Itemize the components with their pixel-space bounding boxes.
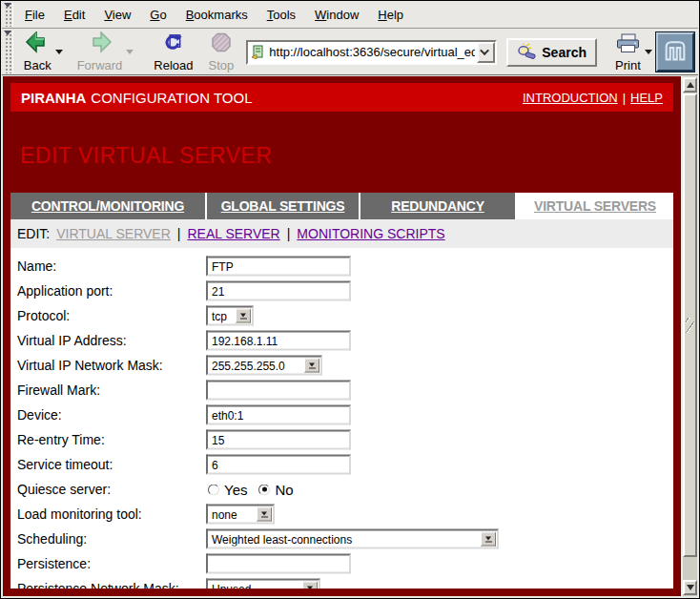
dropdown-arrow-icon[interactable]	[481, 532, 496, 547]
input-service-timeout[interactable]	[206, 455, 351, 475]
field-label-re-entry-time: Re-entry Time:	[17, 432, 105, 447]
form-row-application-port: Application port:	[10, 279, 673, 303]
forward-icon	[87, 31, 113, 56]
help-link[interactable]: HELP	[630, 91, 663, 105]
navigation-toolbar: Back Forward	[2, 30, 698, 75]
form-row-load-monitoring-tool: Load monitoring tool:none	[10, 502, 673, 527]
toolbar-grip-handle[interactable]	[4, 31, 13, 73]
brand-strong: PIRANHA	[21, 90, 86, 106]
form-row-device: Device:	[10, 403, 673, 427]
introduction-link[interactable]: INTRODUCTION	[523, 91, 618, 105]
input-application-port[interactable]	[206, 281, 351, 301]
field-control-scheduling: Weighted least-connections	[206, 529, 499, 549]
menu-window[interactable]: Window	[305, 8, 368, 22]
scroll-up-button[interactable]	[683, 77, 697, 93]
field-control-service-timeout	[206, 455, 351, 475]
form-row-virtual-ip-address: Virtual IP Address:	[10, 328, 673, 353]
select-load-monitoring-tool[interactable]: none	[206, 505, 275, 525]
field-label-name: Name:	[17, 258, 56, 274]
reload-label: Reload	[154, 58, 193, 72]
forward-dropdown-icon[interactable]	[126, 50, 134, 54]
forward-button[interactable]: Forward	[74, 31, 126, 73]
menu-tools[interactable]: Tools	[257, 8, 305, 22]
menu-view[interactable]: View	[94, 8, 140, 22]
reload-button[interactable]: Reload	[151, 31, 196, 73]
menu-file[interactable]: File	[15, 8, 54, 22]
input-device[interactable]	[206, 405, 351, 425]
back-button[interactable]: Back	[21, 31, 54, 73]
select-protocol[interactable]: tcp	[206, 306, 254, 326]
input-virtual-ip-address[interactable]	[206, 331, 351, 351]
field-label-virtual-ip-address: Virtual IP Address:	[17, 333, 127, 348]
edit-subnav: EDIT: VIRTUAL SERVER | REAL SERVER | MON…	[10, 219, 673, 248]
dropdown-arrow-icon[interactable]	[304, 359, 319, 373]
field-control-persistence	[206, 554, 351, 574]
select-virtual-ip-network-mask[interactable]: 255.255.255.0	[206, 356, 322, 376]
back-dropdown-icon[interactable]	[55, 50, 63, 54]
selected-value: none	[208, 507, 257, 521]
print-dropdown-icon[interactable]	[645, 50, 652, 54]
field-control-virtual-ip-address	[206, 331, 351, 351]
menu-go[interactable]: Go	[140, 8, 175, 22]
print-label: Print	[615, 58, 641, 72]
field-control-firewall-mark	[206, 381, 351, 401]
url-dropdown-button[interactable]	[477, 42, 495, 63]
tab-bar: CONTROL/MONITORINGGLOBAL SETTINGSREDUNDA…	[10, 193, 673, 219]
scrollbar-thumb[interactable]	[683, 93, 697, 557]
radio-label-yes: Yes	[224, 482, 247, 498]
menu-edit[interactable]: Edit	[54, 8, 94, 22]
scroll-down-button[interactable]	[683, 580, 697, 595]
menu-help[interactable]: Help	[368, 8, 413, 22]
scrollbar-grip-icon	[686, 318, 694, 333]
mozilla-logo-button[interactable]	[656, 32, 694, 72]
dropdown-arrow-icon[interactable]	[302, 582, 318, 589]
search-label: Search	[542, 45, 587, 60]
dropdown-arrow-icon[interactable]	[236, 309, 251, 323]
subnav-real-server-link[interactable]: REAL SERVER	[187, 226, 279, 241]
input-firewall-mark[interactable]	[206, 381, 351, 401]
url-input[interactable]	[267, 42, 477, 63]
subnav-monitoring-scripts-link[interactable]: MONITORING SCRIPTS	[297, 226, 444, 241]
main-panel: CONTROL/MONITORINGGLOBAL SETTINGSREDUNDA…	[10, 193, 673, 589]
page-bookmark-icon[interactable]	[248, 42, 267, 63]
subnav-virtual-server: VIRTUAL SERVER	[56, 226, 171, 241]
menu-bar-items: FileEditViewGoBookmarksToolsWindowHelp	[15, 8, 413, 22]
select-persistence-network-mask[interactable]: Unused	[206, 579, 320, 589]
tab-virtual-servers[interactable]: VIRTUAL SERVERS	[517, 193, 673, 219]
subnav-separator: |	[177, 226, 181, 241]
page-title: EDIT VIRTUAL SERVER	[20, 143, 272, 169]
field-control-application-port	[206, 281, 351, 301]
vertical-scrollbar[interactable]	[681, 76, 697, 596]
stop-button[interactable]: Stop	[206, 31, 237, 73]
piranha-header-bar: PIRANHACONFIGURATION TOOL INTRODUCTION |…	[10, 83, 673, 112]
menu-bookmarks[interactable]: Bookmarks	[176, 8, 257, 22]
field-label-application-port: Application port:	[17, 283, 113, 299]
stop-label: Stop	[209, 58, 235, 72]
tab-control-monitoring[interactable]: CONTROL/MONITORING	[10, 193, 205, 219]
tab-redundancy[interactable]: REDUNDANCY	[360, 193, 515, 219]
form-row-name: Name:	[10, 254, 673, 279]
browser-window: FileEditViewGoBookmarksToolsWindowHelp B…	[0, 0, 700, 599]
search-button[interactable]: Search	[506, 38, 597, 67]
field-control-device	[206, 405, 351, 425]
input-name[interactable]	[206, 257, 351, 277]
field-label-protocol: Protocol:	[17, 308, 70, 323]
field-label-persistence-network-mask: Persistence Network Mask:	[17, 581, 179, 589]
tab-label: REDUNDANCY	[391, 198, 484, 214]
radio-quiesce-server-yes[interactable]	[208, 484, 219, 495]
input-re-entry-time[interactable]	[206, 430, 351, 450]
field-control-quiesce-server: YesNo	[206, 482, 303, 498]
field-control-load-monitoring-tool: none	[206, 505, 275, 525]
chevron-down-icon	[480, 46, 489, 55]
toolbar-grip-handle[interactable]	[4, 3, 13, 27]
dropdown-arrow-icon[interactable]	[257, 507, 272, 522]
print-button[interactable]: Print	[612, 31, 644, 73]
tab-global-settings[interactable]: GLOBAL SETTINGS	[207, 193, 359, 219]
radio-quiesce-server-no[interactable]	[258, 484, 270, 495]
selected-value: 255.255.255.0	[208, 359, 304, 372]
virtual-server-form: Name:Application port:Protocol:tcpVirtua…	[10, 248, 673, 589]
page-content: PIRANHACONFIGURATION TOOL INTRODUCTION |…	[3, 76, 697, 596]
select-scheduling[interactable]: Weighted least-connections	[206, 529, 499, 549]
input-persistence[interactable]	[206, 554, 351, 574]
field-label-scheduling: Scheduling:	[17, 531, 87, 547]
